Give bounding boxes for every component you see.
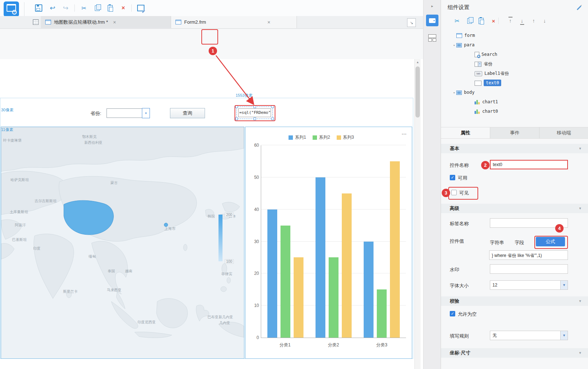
legend-item-系列2[interactable]: 系列2 bbox=[313, 134, 330, 141]
resize-handle[interactable] bbox=[271, 118, 274, 120]
tree-expand-caret-icon[interactable]: ▾ bbox=[452, 88, 456, 97]
preview-button[interactable] bbox=[136, 3, 146, 13]
chevron-down-icon[interactable]: ▼ bbox=[579, 348, 582, 358]
undo-button[interactable]: ↩ bbox=[47, 3, 58, 13]
value-type-formula-button[interactable]: 公式 bbox=[536, 237, 565, 246]
edit-pencil-icon[interactable] bbox=[577, 5, 581, 10]
x-axis-tick: 分类1 bbox=[261, 342, 309, 348]
move-to-bottom-button[interactable]: ↓ bbox=[517, 16, 527, 26]
tree-item-chart1[interactable]: chart1 bbox=[441, 97, 588, 107]
scrollbar-up-arrow[interactable]: ▲ bbox=[415, 59, 421, 65]
widget-settings-button[interactable]: ▾ bbox=[426, 15, 438, 26]
redo-button[interactable]: ↪ bbox=[61, 3, 71, 13]
panel-delete-button[interactable]: × bbox=[488, 16, 499, 26]
tree-expand-caret-icon[interactable]: ▾ bbox=[452, 41, 456, 50]
chart-menu-icon[interactable]: ••• bbox=[402, 132, 407, 136]
tree-item-label[interactable]: form bbox=[464, 33, 475, 38]
map-label: 菲律宾 bbox=[221, 272, 232, 277]
map-label: 缅甸 bbox=[89, 254, 96, 259]
enabled-checkbox[interactable]: ✓ bbox=[450, 175, 455, 180]
tree-item-label[interactable]: para bbox=[464, 42, 475, 47]
legend-item-系列3[interactable]: 系列3 bbox=[337, 134, 354, 141]
tab-close-icon[interactable]: × bbox=[267, 19, 270, 25]
copy-button[interactable] bbox=[92, 3, 102, 13]
tab-action-icon[interactable]: ↘ bbox=[407, 18, 416, 27]
template-theme-icon[interactable] bbox=[33, 19, 39, 25]
resize-handle[interactable] bbox=[254, 118, 256, 120]
tree-item-省份[interactable]: ▾省份 bbox=[441, 59, 588, 69]
section-advanced[interactable]: 高级▼ bbox=[441, 204, 588, 213]
province-dropdown-button[interactable]: ▾ bbox=[142, 108, 150, 118]
collapse-panel-arrow-icon[interactable]: ▸ bbox=[429, 3, 435, 9]
scrollbar-thumb[interactable] bbox=[415, 66, 420, 118]
finereport-logo-icon[interactable] bbox=[4, 1, 19, 17]
visible-checkbox[interactable] bbox=[451, 190, 457, 195]
fill-rule-select[interactable]: 无▼ bbox=[490, 331, 568, 340]
design-canvas[interactable]: 1553像素 30像素 11像素 省份: ▾ 查询 =sql("FRDemo" bbox=[0, 59, 423, 369]
save-button[interactable] bbox=[34, 3, 44, 13]
paste-button[interactable] bbox=[105, 3, 115, 13]
tree-item-label[interactable]: chart1 bbox=[482, 99, 498, 104]
tab-properties[interactable]: 属性 bbox=[441, 127, 490, 138]
move-to-top-button[interactable]: ↑ bbox=[505, 16, 515, 26]
tab-close-icon[interactable]: × bbox=[113, 19, 116, 25]
widget-name-input[interactable]: text0 bbox=[490, 160, 568, 169]
panel-copy-button[interactable] bbox=[464, 16, 475, 26]
tree-item-para[interactable]: ▾para bbox=[441, 40, 588, 50]
section-validation[interactable]: 校验▼ bbox=[441, 296, 588, 306]
move-up-button[interactable]: ↑ bbox=[529, 16, 539, 26]
tree-item-text0[interactable]: text0 bbox=[441, 78, 588, 88]
query-button[interactable]: 查询 bbox=[170, 108, 205, 118]
text0-control[interactable]: =sql("FRDemo" bbox=[236, 107, 273, 119]
section-coords[interactable]: 坐标·尺寸▼ bbox=[441, 348, 588, 358]
tree-item-label[interactable]: text0 bbox=[484, 80, 501, 86]
value-type-string-button[interactable]: 字符串 bbox=[490, 238, 504, 247]
allow-empty-checkbox[interactable]: ✓ bbox=[450, 311, 455, 316]
value-type-field-button[interactable]: 字段 bbox=[515, 238, 524, 247]
formula-value-input[interactable]: } where 省份 like '%省'",1) bbox=[489, 250, 568, 260]
canvas-scrollbar[interactable]: ▲ bbox=[414, 59, 421, 369]
chevron-down-icon[interactable]: ▼ bbox=[560, 331, 568, 340]
watermark-input[interactable] bbox=[490, 264, 568, 274]
resize-handle[interactable] bbox=[254, 105, 256, 108]
resize-handle[interactable] bbox=[235, 105, 238, 108]
panel-paste-button[interactable] bbox=[476, 16, 486, 26]
map-label: 土库曼斯坦 bbox=[10, 210, 28, 215]
search-icon bbox=[475, 52, 479, 57]
tab-events[interactable]: 事件 bbox=[490, 127, 539, 138]
tree-item-label[interactable]: Search bbox=[481, 52, 497, 57]
logo-magnifier bbox=[12, 10, 17, 15]
tree-item-label[interactable]: chart0 bbox=[482, 109, 498, 114]
chevron-down-icon[interactable]: ▼ bbox=[560, 281, 568, 289]
cut-button[interactable]: ✂ bbox=[79, 3, 89, 13]
resize-handle[interactable] bbox=[271, 105, 274, 108]
section-basic[interactable]: 基本▼ bbox=[441, 144, 588, 153]
tab-form2[interactable]: Form2.frm × bbox=[171, 16, 297, 28]
legend-item-系列1[interactable]: 系列1 bbox=[289, 134, 306, 141]
province-input[interactable] bbox=[107, 108, 142, 118]
tree-item-Search[interactable]: Search bbox=[441, 50, 588, 59]
panel-cut-button[interactable]: ✂ bbox=[452, 16, 462, 26]
bar-group-分类1 bbox=[267, 145, 303, 338]
tree-item-label[interactable]: Label1省份 bbox=[484, 71, 509, 76]
move-down-button[interactable]: ↓ bbox=[539, 16, 550, 26]
chevron-down-icon[interactable]: ▼ bbox=[579, 144, 582, 153]
tab-map-template[interactable]: 地图数据点轮播联动.frm * × bbox=[41, 16, 171, 28]
chevron-down-icon[interactable]: ▼ bbox=[579, 296, 582, 306]
resize-handle[interactable] bbox=[235, 118, 238, 120]
text0-control-value[interactable]: =sql("FRDemo" bbox=[238, 108, 271, 117]
body-settings-button[interactable] bbox=[428, 34, 436, 42]
tree-item-body[interactable]: ▾body bbox=[441, 88, 588, 97]
tree-item-chart0[interactable]: chart0 bbox=[441, 107, 588, 116]
tree-item-label[interactable]: 省份 bbox=[484, 61, 492, 66]
move-to-bottom-icon: ↓ bbox=[521, 18, 523, 23]
tree-item-Label1省份[interactable]: labLabel1省份 bbox=[441, 69, 588, 78]
tree-item-form[interactable]: form bbox=[441, 31, 588, 40]
delete-button[interactable]: × bbox=[118, 3, 128, 13]
chevron-down-icon[interactable]: ▼ bbox=[579, 204, 582, 213]
chart-widget[interactable]: 系列1系列2系列3 ••• 0102030405060 分类1分类2分类3 bbox=[245, 127, 412, 359]
tree-item-label[interactable]: body bbox=[464, 90, 475, 95]
tab-mobile[interactable]: 移动端 bbox=[539, 127, 588, 138]
font-size-select[interactable]: 12▼ bbox=[490, 280, 568, 290]
map-widget[interactable]: 叶卡捷琳堡鄂木斯克新西伯利亚哈萨克斯坦蒙古吉尔吉斯斯坦土库曼斯坦阿富汗韩国日本上… bbox=[1, 127, 244, 359]
